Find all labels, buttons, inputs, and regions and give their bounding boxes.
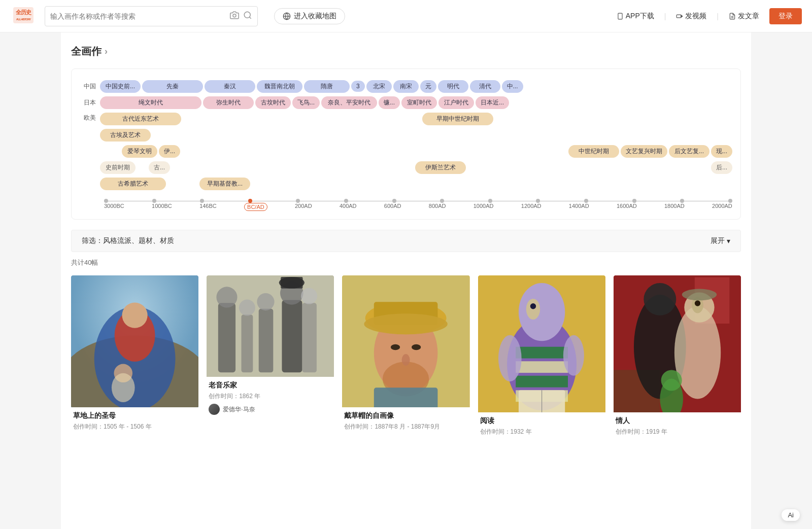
nav-map-button[interactable]: 进入收藏地图 (274, 8, 345, 24)
eu-tag-greek[interactable]: 古希腊艺术 (100, 178, 166, 190)
filter-label: 筛选：风格流派、题材、材质 (82, 236, 174, 245)
search-input[interactable] (50, 12, 226, 20)
japan-tag-2[interactable]: 古坟时代 (255, 96, 291, 109)
svg-rect-47 (516, 347, 568, 359)
artist-avatar-1 (209, 404, 220, 415)
artwork-card-4[interactable]: 情人 创作时间：1919 年 (614, 275, 741, 443)
chevron-right-icon[interactable]: › (105, 46, 108, 57)
axis-label-3[interactable]: BC/AD (244, 203, 267, 211)
axis-label-8[interactable]: 1000AD (473, 203, 494, 211)
china-tag-5[interactable]: 3 (351, 81, 365, 92)
axis-label-11[interactable]: 1600AD (617, 203, 637, 211)
china-tag-0[interactable]: 中国史前... (100, 80, 141, 93)
search-icon[interactable] (243, 11, 252, 22)
china-tag-6[interactable]: 北宋 (366, 80, 392, 93)
eu-tag-renaissance[interactable]: 文艺复兴时期 (621, 145, 667, 158)
axis-label-12[interactable]: 1800AD (664, 203, 685, 211)
axis-label-10[interactable]: 1400AD (569, 203, 589, 211)
axis-label-7[interactable]: 800AD (429, 203, 446, 211)
timeline-row-japan: 日本 绳文时代 弥生时代 古坟时代 飞鸟... 奈良、平安时代 镰... 室町时… (80, 95, 732, 110)
eu-tag-medieval[interactable]: 中世纪时期 (568, 145, 619, 158)
artwork-card-3[interactable]: 阅读 创作时间：1932 年 (478, 275, 605, 443)
nav-app[interactable]: APP下载 (617, 12, 654, 21)
svg-rect-28 (282, 300, 302, 373)
eu-tag-prehistoric[interactable]: 史前时期 (100, 161, 136, 174)
japan-tag-6[interactable]: 室町时代 (401, 96, 437, 109)
eu-tag-post[interactable]: 后... (711, 161, 732, 174)
japan-tag-5[interactable]: 镰... (379, 96, 400, 109)
svg-rect-32 (302, 303, 317, 372)
china-tag-9[interactable]: 明代 (438, 80, 468, 93)
nav-video[interactable]: 发视频 (676, 12, 706, 21)
china-tag-4[interactable]: 隋唐 (304, 80, 350, 93)
axis-dot-active (248, 199, 252, 203)
ai-label: Ai (788, 511, 794, 519)
main-content: 全画作 › 中国 中国史前... 先秦 秦汉 魏晋南北朝 隋唐 3 北宋 南宋 … (61, 32, 751, 529)
timeline-row-europe-wrapper: 欧美 古代近东艺术 早期中世纪时期 古埃及艺术 (80, 112, 732, 193)
japan-tags: 绳文时代 弥生时代 古坟时代 飞鸟... 奈良、平安时代 镰... 室町时代 江… (100, 96, 732, 109)
svg-point-42 (364, 313, 448, 334)
japan-tag-0[interactable]: 绳文时代 (100, 96, 201, 109)
eu-tag-ancient[interactable]: 古... (149, 161, 170, 174)
japan-tag-4[interactable]: 奈良、平安时代 (321, 96, 377, 109)
section-title-text: 全画作 (71, 45, 101, 58)
china-tag-3[interactable]: 魏晋南北朝 (257, 80, 302, 93)
svg-line-5 (249, 17, 251, 18)
japan-tag-3[interactable]: 飞鸟... (292, 96, 320, 109)
timeline-container: 中国 中国史前... 先秦 秦汉 魏晋南北朝 隋唐 3 北宋 南宋 元 明代 清… (71, 68, 741, 220)
svg-marker-11 (681, 15, 683, 17)
artwork-date-1: 创作时间：1862 年 (209, 392, 332, 401)
artwork-card-0[interactable]: 草地上的圣母 创作时间：1505 年 - 1506 年 (71, 275, 198, 443)
nav-article[interactable]: 发文章 (729, 12, 759, 21)
divider-1: | (664, 12, 666, 20)
svg-rect-24 (242, 314, 253, 372)
axis-dot (536, 199, 540, 203)
europe-row1-tags: 古代近东艺术 早期中世纪时期 (100, 113, 732, 125)
axis-label-1[interactable]: 1000BC (152, 203, 172, 211)
china-tag-2[interactable]: 秦汉 (205, 80, 255, 93)
eu-tag-christian[interactable]: 早期基督教... (199, 178, 250, 190)
china-tag-10[interactable]: 清代 (470, 80, 500, 93)
svg-point-3 (233, 14, 236, 17)
ai-badge[interactable]: Ai (782, 509, 800, 521)
filter-expand-button[interactable]: 展开 ▾ (710, 236, 730, 245)
eu-tag-persia[interactable]: 伊... (159, 145, 180, 158)
camera-icon[interactable] (230, 11, 239, 22)
axis-label-5[interactable]: 400AD (340, 203, 357, 211)
artwork-card-1[interactable]: 老音乐家 创作时间：1862 年 爱德华·马奈 (207, 275, 334, 443)
eu-tag-aegean[interactable]: 爱琴文明 (122, 145, 157, 158)
artwork-artist-1: 爱德华·马奈 (209, 404, 332, 415)
svg-point-44 (402, 354, 410, 366)
eu-tag-post-ren[interactable]: 后文艺复... (669, 145, 709, 158)
axis-label-4[interactable]: 200AD (295, 203, 312, 211)
svg-rect-22 (218, 303, 235, 372)
axis-labels: 3000BC 1000BC 146BC BC/AD 200AD 400AD 60… (80, 203, 732, 211)
axis-dots (104, 199, 732, 203)
china-tag-7[interactable]: 南宋 (393, 80, 419, 93)
axis-dot (584, 199, 588, 203)
axis-label-0[interactable]: 3000BC (104, 203, 124, 211)
eu-tag-egypt[interactable]: 古埃及艺术 (100, 129, 151, 142)
eu-tag-medieval-early[interactable]: 早期中世纪时期 (422, 113, 493, 125)
axis-label-13[interactable]: 2000AD (712, 203, 732, 211)
axis-label-2[interactable]: 146BC (199, 203, 217, 211)
china-tag-1[interactable]: 先秦 (142, 80, 203, 93)
japan-tag-7[interactable]: 江户时代 (438, 96, 474, 109)
axis-label-9[interactable]: 1200AD (521, 203, 542, 211)
login-button[interactable]: 登录 (769, 8, 802, 24)
logo[interactable]: 全历史 ALL HISTORY (10, 5, 37, 27)
axis-dot (344, 199, 348, 203)
eu-tag-modern[interactable]: 现... (711, 145, 732, 158)
china-tag-8[interactable]: 元 (420, 80, 436, 93)
japan-tag-1[interactable]: 弥生时代 (203, 96, 254, 109)
axis-label-6[interactable]: 600AD (384, 203, 401, 211)
axis-labels-inner: 3000BC 1000BC 146BC BC/AD 200AD 400AD 60… (104, 203, 732, 211)
japan-tag-8[interactable]: 日本近... (476, 96, 509, 109)
eu-tag-near-east[interactable]: 古代近东艺术 (100, 113, 181, 125)
artwork-title-3: 阅读 (480, 416, 603, 426)
china-tag-11[interactable]: 中... (502, 80, 523, 93)
eu-tag-islamic[interactable]: 伊斯兰艺术 (415, 161, 466, 174)
europe-label: 欧美 (80, 112, 100, 193)
header-nav: 进入收藏地图 (266, 8, 608, 24)
artwork-card-2[interactable]: 戴草帽的自画像 创作时间：1887年8 月 - 1887年9月 (342, 275, 469, 443)
